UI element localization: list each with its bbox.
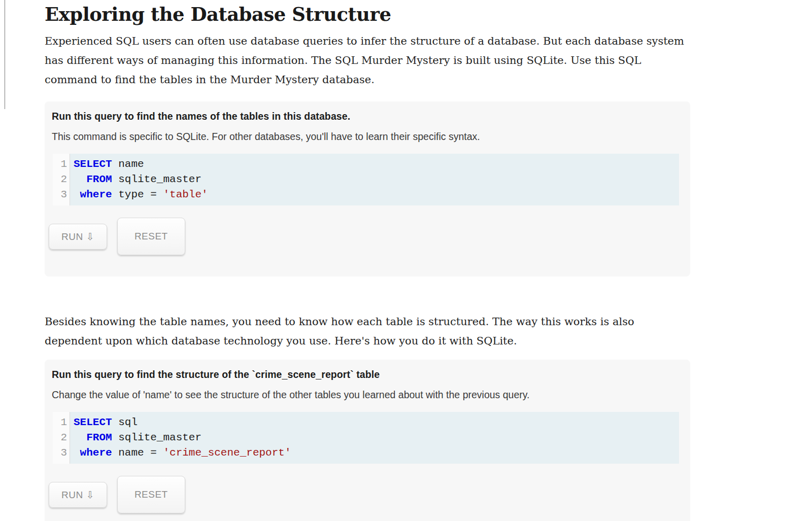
run-button[interactable]: RUN ⇩	[49, 482, 107, 508]
sql-text: sql	[112, 416, 138, 428]
line-number-gutter: 1 2 3	[53, 412, 70, 464]
reset-button[interactable]: RESET	[117, 218, 185, 255]
sql-keyword: SELECT	[74, 416, 112, 428]
line-number: 2	[53, 430, 67, 445]
intro-paragraph: Experienced SQL users can often use data…	[45, 31, 690, 89]
exercise-heading: Run this query to find the names of the …	[52, 111, 683, 122]
main-content: Exploring the Database Structure Experie…	[45, 0, 690, 521]
line-number: 1	[53, 157, 67, 172]
line-number: 1	[53, 415, 67, 430]
sql-keyword: where	[80, 189, 112, 200]
sql-string: 'crime_scene_report'	[163, 447, 291, 459]
code-line: where type = 'table'	[74, 187, 679, 202]
sql-text	[74, 173, 86, 185]
exercise-subheading: This command is specific to SQLite. For …	[52, 131, 683, 143]
sql-code-editor[interactable]: 1 2 3 SELECT sql FROM sqlite_master wher…	[53, 412, 679, 464]
window-edge-line	[5, 0, 5, 109]
reset-button[interactable]: RESET	[117, 476, 185, 513]
sql-text: sqlite_master	[112, 173, 201, 185]
middle-paragraph: Besides knowing the table names, you nee…	[45, 312, 690, 351]
code-line: FROM sqlite_master	[74, 430, 679, 445]
sql-text	[74, 189, 80, 200]
sql-keyword: SELECT	[74, 158, 112, 170]
sql-text: name	[112, 158, 144, 170]
sql-text: name =	[112, 447, 163, 459]
sql-text	[74, 447, 80, 459]
sql-exercise-box-structure: Run this query to find the structure of …	[45, 360, 690, 521]
sql-keyword: FROM	[86, 173, 112, 185]
line-number: 3	[53, 445, 67, 461]
page: Exploring the Database Structure Experie…	[0, 0, 812, 521]
button-row: RUN ⇩ RESET	[49, 476, 683, 513]
exercise-heading: Run this query to find the structure of …	[52, 369, 683, 380]
sql-keyword: FROM	[86, 432, 112, 443]
sql-text: sqlite_master	[112, 432, 201, 443]
code-line: FROM sqlite_master	[74, 172, 679, 187]
exercise-subheading: Change the value of 'name' to see the st…	[52, 389, 683, 401]
code-line: SELECT sql	[74, 415, 679, 430]
page-title: Exploring the Database Structure	[45, 3, 690, 25]
line-number-gutter: 1 2 3	[53, 154, 70, 205]
code-line: SELECT name	[74, 157, 679, 172]
sql-string: 'table'	[163, 189, 208, 200]
code-lines: SELECT name FROM sqlite_master where typ…	[70, 154, 679, 205]
line-number: 3	[53, 187, 67, 202]
run-button[interactable]: RUN ⇩	[49, 224, 107, 250]
sql-code-editor[interactable]: 1 2 3 SELECT name FROM sqlite_master whe…	[53, 154, 679, 205]
line-number: 2	[53, 172, 67, 187]
code-line: where name = 'crime_scene_report'	[74, 445, 679, 461]
button-row: RUN ⇩ RESET	[49, 218, 683, 255]
sql-exercise-box-tables: Run this query to find the names of the …	[45, 101, 690, 276]
sql-text: type =	[112, 189, 163, 200]
sql-text	[74, 432, 86, 443]
sql-keyword: where	[80, 447, 112, 459]
code-lines: SELECT sql FROM sqlite_master where name…	[70, 412, 679, 464]
